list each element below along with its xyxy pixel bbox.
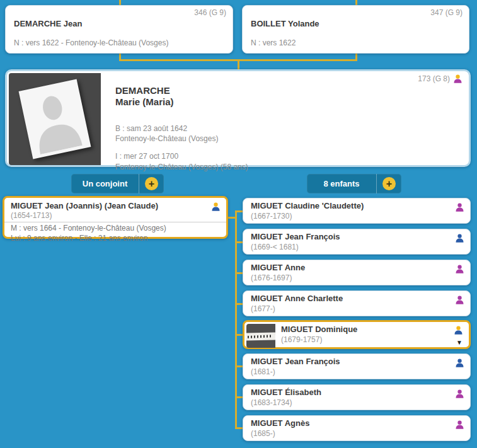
- person-icon: [455, 233, 464, 243]
- person-name: BOILLET Yolande: [251, 19, 319, 28]
- person-icon: [455, 420, 464, 430]
- connector-child-stub: [235, 272, 243, 274]
- connector-child-stub: [235, 334, 243, 336]
- child-name: MIGUET Jean François: [251, 357, 449, 366]
- spouse-dates: (1654-1713): [11, 211, 220, 220]
- button-divider: [139, 174, 139, 193]
- connector-mother-up: [355, 0, 357, 5]
- person-ref: 347 (G 9): [430, 8, 463, 17]
- ancestor-card-father[interactable]: 346 (G 9) DEMARCHE Jean N : vers 1622 - …: [5, 5, 233, 54]
- button-divider: [376, 174, 377, 193]
- connector-child-stub: [235, 365, 243, 367]
- person-birth-detail: N : vers 1622: [251, 38, 296, 47]
- person-ref-text: 173 (G 8): [418, 74, 450, 83]
- signature-snippet: [246, 333, 275, 341]
- child-name: MIGUET Anne Charlette: [251, 294, 449, 303]
- child-card[interactable]: MIGUET Agnès (1685-): [243, 415, 471, 441]
- person-ref: 346 (G 9): [194, 8, 226, 17]
- child-card[interactable]: MIGUET Jean François (1681-): [243, 353, 471, 379]
- child-dates: (1685-): [251, 429, 449, 438]
- children-section-button[interactable]: 8 enfants +: [307, 174, 401, 193]
- connector-to-main: [238, 61, 239, 69]
- spouse-name: MIGUET Jean (Joannis) (Jean Claude): [11, 201, 220, 210]
- birth-place: Fontenoy-le-Château (Vosges): [115, 134, 248, 144]
- connector-child-stub: [235, 210, 243, 212]
- person-birth-detail: N : vers 1622 - Fontenoy-le-Château (Vos…: [14, 38, 168, 47]
- person-icon: [455, 295, 464, 305]
- add-spouse-button[interactable]: +: [145, 177, 158, 190]
- connector-child-stub: [235, 303, 243, 305]
- person-photo-placeholder[interactable]: [9, 73, 101, 165]
- child-card[interactable]: MIGUET Anne Charlette (1677-): [243, 290, 471, 316]
- chevron-down-icon[interactable]: ▼: [456, 339, 463, 347]
- child-card[interactable]: MIGUET Jean François (1669-< 1681): [243, 229, 471, 255]
- main-person-firstname: Marie (Maria): [115, 96, 174, 108]
- connector-child-stub: [235, 241, 243, 243]
- child-name: MIGUET Jean François: [251, 232, 449, 241]
- child-name: MIGUET Claudine 'Claudette): [251, 201, 449, 210]
- connector-child-stub: [235, 396, 243, 398]
- main-person-surname: DEMARCHE: [115, 85, 174, 96]
- death-date: I : mer 27 oct 1700: [115, 151, 248, 161]
- birth-date: B : sam 23 août 1642: [115, 123, 248, 134]
- children-section-label: 8 enfants: [307, 179, 376, 188]
- person-icon: [211, 202, 221, 212]
- death-place: Fontenoy-le-Château (Vosges) (58 ans): [115, 162, 248, 172]
- connector-child-stub: [235, 427, 243, 429]
- person-silhouette-icon: [23, 84, 88, 155]
- add-child-button[interactable]: +: [382, 177, 396, 190]
- marriage-detail: M : vers 1664 - Fontenoy-le-Château (Vos…: [11, 224, 220, 234]
- child-dates: (1667-1730): [251, 212, 449, 221]
- spouse-card[interactable]: MIGUET Jean (Joannis) (Jean Claude) (165…: [3, 196, 228, 239]
- child-dates: (1681-): [251, 367, 449, 376]
- child-dates: (1683-1734): [251, 398, 449, 407]
- child-card[interactable]: MIGUET Anne (1676-1697): [243, 260, 471, 285]
- child-name: MIGUET Élisabeth: [251, 388, 449, 397]
- child-photo-thumbnail[interactable]: [246, 324, 275, 348]
- person-icon: [455, 202, 464, 212]
- spouse-section-button[interactable]: Un conjoint +: [71, 174, 164, 193]
- child-dates: (1669-< 1681): [251, 243, 449, 251]
- main-person-card[interactable]: 173 (G 8) DEMARCHE Marie (Maria) B : sam…: [5, 69, 471, 167]
- person-ref: 173 (G 8): [418, 74, 463, 84]
- person-icon: [455, 389, 464, 399]
- marriage-ages: Lui : 9 ans environ - Elle : 21 ans envi…: [11, 234, 220, 244]
- ancestor-card-mother[interactable]: 347 (G 9) BOILLET Yolande N : vers 1622: [242, 5, 469, 54]
- child-card[interactable]: MIGUET Claudine 'Claudette) (1667-1730): [243, 198, 471, 224]
- person-icon: [455, 264, 464, 274]
- child-dates: (1677-): [251, 304, 449, 313]
- person-name: DEMARCHE Jean: [14, 19, 82, 28]
- child-name: MIGUET Dominique: [281, 325, 447, 334]
- main-person-details: B : sam 23 août 1642 Fontenoy-le-Château…: [115, 123, 248, 172]
- child-dates: (1679-1757): [281, 335, 447, 344]
- person-icon: [455, 358, 464, 368]
- main-person-name: DEMARCHE Marie (Maria): [115, 85, 174, 108]
- child-dates: (1676-1697): [251, 273, 449, 282]
- child-name: MIGUET Agnès: [251, 418, 449, 428]
- person-icon: [453, 74, 463, 84]
- person-icon: [454, 325, 463, 335]
- spouse-section-label: Un conjoint: [71, 179, 139, 188]
- polaroid-frame: [19, 79, 91, 159]
- child-card[interactable]: MIGUET Élisabeth (1683-1734): [243, 384, 471, 410]
- child-name: MIGUET Anne: [251, 263, 449, 272]
- connector-father-up: [119, 0, 121, 5]
- child-card-selected[interactable]: MIGUET Dominique (1679-1757) ▼: [243, 320, 471, 349]
